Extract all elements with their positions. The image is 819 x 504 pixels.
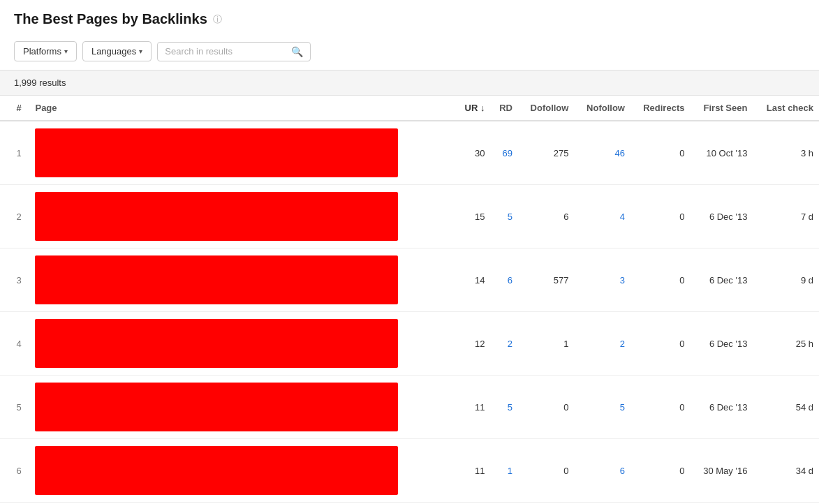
nofollow-link[interactable]: 46 — [615, 148, 625, 158]
cell-redirects: 0 — [630, 249, 690, 312]
nofollow-link[interactable]: 4 — [620, 212, 625, 222]
cell-nofollow[interactable]: 46 — [574, 121, 630, 185]
cell-first-seen: 6 Dec '13 — [690, 312, 753, 376]
col-header-dofollow[interactable]: Dofollow — [518, 96, 575, 121]
nofollow-link[interactable]: 3 — [620, 275, 625, 286]
cell-ur: 30 — [455, 121, 490, 185]
platforms-filter[interactable]: Platforms ▾ — [14, 41, 77, 61]
col-header-page: Page — [29, 96, 455, 121]
cell-nofollow[interactable]: 2 — [574, 312, 630, 376]
cell-first-seen: 10 Oct '13 — [690, 121, 753, 185]
cell-redirects: 0 — [630, 439, 690, 503]
platforms-label: Platforms — [23, 46, 61, 57]
rd-link[interactable]: 2 — [508, 339, 512, 349]
cell-last-check: 54 d — [753, 376, 819, 439]
cell-dofollow: 0 — [518, 376, 575, 439]
platforms-chevron-icon: ▾ — [64, 47, 68, 55]
results-bar: 1,999 results — [0, 70, 819, 96]
table-row: 41221206 Dec '1325 h — [0, 312, 819, 376]
page-thumbnail — [35, 319, 398, 368]
cell-rd[interactable]: 5 — [490, 185, 518, 249]
page-thumbnail — [35, 128, 398, 177]
cell-hash: 6 — [0, 439, 29, 503]
cell-page — [29, 376, 455, 439]
page-thumbnail — [35, 383, 398, 431]
cell-redirects: 0 — [630, 121, 690, 185]
cell-first-seen: 6 Dec '13 — [690, 376, 753, 439]
search-input[interactable] — [165, 46, 287, 57]
cell-dofollow: 577 — [518, 249, 575, 312]
cell-last-check: 7 d — [753, 185, 819, 249]
cell-nofollow[interactable]: 3 — [574, 249, 630, 312]
cell-first-seen: 6 Dec '13 — [690, 185, 753, 249]
cell-dofollow: 275 — [518, 121, 575, 185]
col-header-first-seen[interactable]: First Seen — [690, 96, 753, 121]
col-header-redirects[interactable]: Redirects — [630, 96, 690, 121]
col-header-rd[interactable]: RD — [490, 96, 518, 121]
languages-chevron-icon: ▾ — [139, 47, 142, 55]
cell-last-check: 34 d — [753, 439, 819, 503]
nofollow-link[interactable]: 2 — [620, 339, 625, 349]
page-thumbnail — [35, 192, 398, 241]
cell-redirects: 0 — [630, 376, 690, 439]
languages-label: Languages — [91, 46, 136, 57]
cell-rd[interactable]: 69 — [490, 121, 518, 185]
cell-hash: 5 — [0, 376, 29, 439]
nofollow-link[interactable]: 5 — [620, 402, 625, 413]
cell-hash: 3 — [0, 249, 29, 312]
cell-page — [29, 185, 455, 249]
cell-hash: 1 — [0, 121, 29, 185]
cell-dofollow: 1 — [518, 312, 575, 376]
cell-rd[interactable]: 2 — [490, 312, 518, 376]
cell-first-seen: 6 Dec '13 — [690, 249, 753, 312]
cell-last-check: 25 h — [753, 312, 819, 376]
cell-last-check: 3 h — [753, 121, 819, 185]
cell-ur: 12 — [455, 312, 490, 376]
cell-page — [29, 312, 455, 376]
cell-nofollow[interactable]: 5 — [574, 376, 630, 439]
cell-ur: 11 — [455, 439, 490, 503]
cell-last-check: 9 d — [753, 249, 819, 312]
cell-dofollow: 0 — [518, 439, 575, 503]
table-row: 1306927546010 Oct '133 h — [0, 121, 819, 185]
cell-ur: 14 — [455, 249, 490, 312]
table-row: 3146577306 Dec '139 d — [0, 249, 819, 312]
table-row: 21556406 Dec '137 d — [0, 185, 819, 249]
page-thumbnail — [35, 255, 398, 304]
rd-link[interactable]: 1 — [508, 466, 512, 476]
cell-nofollow[interactable]: 4 — [574, 185, 630, 249]
table-wrapper: # Page UR ↓ RD Dofollow Nofollow Redirec… — [0, 96, 819, 504]
rd-link[interactable]: 6 — [508, 275, 512, 286]
cell-redirects: 0 — [630, 312, 690, 376]
col-header-ur[interactable]: UR ↓ — [455, 96, 490, 121]
search-icon: 🔍 — [291, 46, 303, 57]
cell-rd[interactable]: 1 — [490, 439, 518, 503]
search-button[interactable]: 🔍 — [287, 46, 303, 57]
col-header-hash: # — [0, 96, 29, 121]
col-header-nofollow[interactable]: Nofollow — [574, 96, 630, 121]
info-icon[interactable]: ⓘ — [213, 13, 222, 26]
results-count: 1,999 results — [14, 77, 66, 88]
backlinks-table: # Page UR ↓ RD Dofollow Nofollow Redirec… — [0, 96, 819, 504]
cell-nofollow[interactable]: 6 — [574, 439, 630, 503]
languages-filter[interactable]: Languages ▾ — [82, 41, 152, 61]
col-header-last-check[interactable]: Last check — [753, 96, 819, 121]
cell-rd[interactable]: 5 — [490, 376, 518, 439]
table-header-row: # Page UR ↓ RD Dofollow Nofollow Redirec… — [0, 96, 819, 121]
table-row: 51150506 Dec '1354 d — [0, 376, 819, 439]
rd-link[interactable]: 5 — [508, 212, 512, 222]
cell-rd[interactable]: 6 — [490, 249, 518, 312]
rd-link[interactable]: 5 — [508, 402, 512, 413]
cell-page — [29, 249, 455, 312]
cell-ur: 15 — [455, 185, 490, 249]
search-container: 🔍 — [157, 42, 311, 61]
cell-dofollow: 6 — [518, 185, 575, 249]
cell-page — [29, 121, 455, 185]
cell-page — [29, 439, 455, 503]
rd-link[interactable]: 69 — [502, 148, 512, 158]
cell-hash: 4 — [0, 312, 29, 376]
cell-redirects: 0 — [630, 185, 690, 249]
cell-ur: 11 — [455, 376, 490, 439]
page-thumbnail — [35, 446, 398, 495]
nofollow-link[interactable]: 6 — [620, 466, 625, 476]
